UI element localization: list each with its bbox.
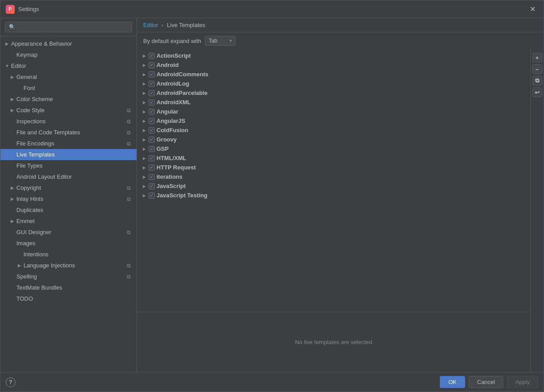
copy-template-button[interactable]: ⧉ [532,76,542,86]
group-label: Groovy [157,136,177,143]
sidebar-item-general[interactable]: General [0,71,137,82]
sidebar-item-android-layout-editor[interactable]: Android Layout Editor [0,171,137,182]
group-checkbox[interactable]: ✓ [149,71,155,78]
sidebar-item-code-style[interactable]: Code Style ⧉ [0,105,137,116]
group-checkbox[interactable]: ✓ [149,81,155,87]
sidebar-item-label: Editor [11,63,133,69]
template-group-coldfusion[interactable]: ▶ ✓ ColdFusion [137,125,530,135]
settings-dialog: P Settings ✕ Appearance & Behavior [0,0,544,392]
group-label: JavaScript [157,183,186,189]
group-checkbox[interactable]: ✓ [149,165,155,171]
group-arrow-icon: ▶ [141,128,147,133]
sidebar-item-label: Code Style [16,107,127,114]
arrow-icon [16,251,23,258]
expand-with-select[interactable]: Tab Space Enter [205,36,235,46]
sidebar-item-label: Inlay Hints [16,196,127,202]
sidebar-item-language-injections[interactable]: Language Injections ⧉ [0,260,137,271]
template-group-httprequest[interactable]: ▶ ✓ HTTP Request [137,163,530,172]
sidebar-item-file-types[interactable]: File Types [0,160,137,171]
group-label: AngularJS [157,118,185,124]
copy-icon: ⧉ [127,129,133,136]
breadcrumb-parent-link[interactable]: Editor [143,22,158,28]
arrow-icon [9,218,16,224]
sidebar-item-keymap[interactable]: Keymap [0,49,137,60]
sidebar-item-gui-designer[interactable]: GUI Designer ⧉ [0,227,137,238]
group-checkbox[interactable]: ✓ [149,90,155,96]
sidebar-item-label: Duplicates [16,207,133,213]
sidebar-item-inspections[interactable]: Inspections ⧉ [0,116,137,127]
sidebar-item-textmate-bundles[interactable]: TextMate Bundles [0,282,137,293]
template-group-angular[interactable]: ▶ ✓ Angular [137,107,530,116]
template-group-android[interactable]: ▶ ✓ Android [137,60,530,70]
group-checkbox[interactable]: ✓ [149,53,155,59]
sidebar-item-font[interactable]: Font [0,82,137,94]
group-label: Android [157,62,179,68]
sidebar-item-spelling[interactable]: Spelling ⧉ [0,271,137,282]
cancel-button[interactable]: Cancel [469,376,503,388]
search-input[interactable] [5,22,132,32]
sidebar-item-color-scheme[interactable]: Color Scheme [0,94,137,105]
template-group-androidparcelable[interactable]: ▶ ✓ AndroidParcelable [137,88,530,98]
template-group-iterations[interactable]: ▶ ✓ iterations [137,172,530,181]
side-actions: + − ⧉ ↩ [530,49,544,372]
sidebar-item-label: Color Scheme [16,96,133,102]
template-group-androidlog[interactable]: ▶ ✓ AndroidLog [137,79,530,88]
sidebar-item-file-encodings[interactable]: File Encodings ⧉ [0,138,137,149]
undo-template-button[interactable]: ↩ [532,87,542,97]
template-group-actionscript[interactable]: ▶ ✓ ActionScript [137,51,530,60]
sidebar-item-label: TODO [16,295,133,302]
sidebar-tree: Appearance & Behavior Keymap Editor [0,36,137,372]
group-checkbox[interactable]: ✓ [149,118,155,124]
sidebar-item-file-code-templates[interactable]: File and Code Templates ⧉ [0,127,137,138]
group-checkbox[interactable]: ✓ [149,155,155,161]
sidebar-item-label: Live Templates [16,151,133,158]
group-checkbox[interactable]: ✓ [149,183,155,189]
sidebar-item-live-templates[interactable]: Live Templates [0,149,137,160]
template-group-javascript-testing[interactable]: ▶ ✓ JavaScript Testing [137,191,530,200]
group-arrow-icon: ▶ [141,156,147,161]
sidebar-item-duplicates[interactable]: Duplicates [0,204,137,216]
group-checkbox[interactable]: ✓ [149,174,155,180]
sidebar-item-images[interactable]: Images [0,238,137,249]
group-checkbox[interactable]: ✓ [149,109,155,115]
group-arrow-icon: ▶ [141,147,147,151]
template-group-gsp[interactable]: ▶ ✓ GSP [137,144,530,153]
group-arrow-icon: ▶ [141,137,147,142]
group-checkbox[interactable]: ✓ [149,146,155,152]
sidebar-item-editor[interactable]: Editor [0,60,137,71]
remove-template-button[interactable]: − [532,64,542,74]
template-group-groovy[interactable]: ▶ ✓ Groovy [137,135,530,144]
search-box [0,18,137,36]
template-group-htmlxml[interactable]: ▶ ✓ HTML/XML [137,153,530,163]
group-checkbox[interactable]: ✓ [149,192,155,199]
apply-button[interactable]: Apply [507,376,538,388]
template-group-androidxml[interactable]: ▶ ✓ AndroidXML [137,98,530,107]
copy-icon: ⧉ [127,185,133,191]
ok-button[interactable]: OK [440,376,465,388]
group-checkbox[interactable]: ✓ [149,127,155,133]
template-group-androidcomments[interactable]: ▶ ✓ AndroidComments [137,70,530,79]
sidebar-item-intentions[interactable]: Intentions [0,249,137,260]
close-button[interactable]: ✕ [527,4,538,14]
sidebar-item-copyright[interactable]: Copyright ⧉ [0,182,137,193]
group-label: AndroidXML [157,99,191,106]
sidebar-item-emmet[interactable]: Emmet [0,216,137,227]
group-label: Angular [157,108,178,115]
group-checkbox[interactable]: ✓ [149,137,155,143]
sidebar-item-label: Images [16,240,133,247]
template-group-javascript[interactable]: ▶ ✓ JavaScript [137,181,530,191]
group-label: iterations [157,173,183,180]
group-arrow-icon: ▶ [141,119,147,123]
help-button[interactable]: ? [6,377,16,387]
arrow-icon [4,63,10,69]
add-template-button[interactable]: + [532,53,542,63]
sidebar-item-inlay-hints[interactable]: Inlay Hints ⧉ [0,193,137,204]
sidebar-item-label: TextMate Bundles [16,284,133,291]
template-group-angularjs[interactable]: ▶ ✓ AngularJS [137,116,530,125]
arrow-icon [16,263,23,269]
main-panel: Editor › Live Templates By default expan… [137,18,544,372]
sidebar-item-todo[interactable]: TODO [0,293,137,304]
group-checkbox[interactable]: ✓ [149,62,155,68]
sidebar-item-appearance[interactable]: Appearance & Behavior [0,38,137,49]
group-checkbox[interactable]: ✓ [149,99,155,106]
